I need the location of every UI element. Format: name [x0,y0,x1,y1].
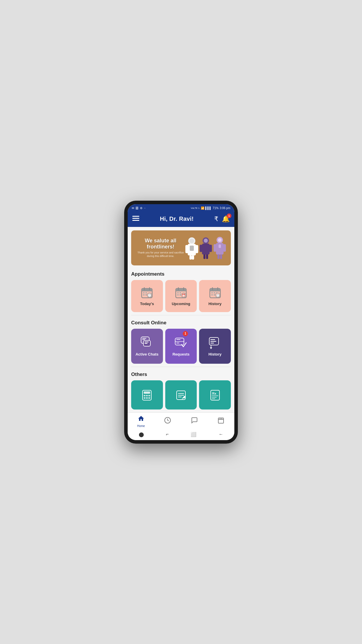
figure-purple-scrubs [199,237,212,260]
svg-rect-6 [195,245,198,253]
nav-appointments[interactable] [154,417,181,426]
upcoming-card-label: Upcoming [172,302,190,306]
svg-rect-34 [143,294,145,295]
svg-rect-20 [214,244,216,252]
history-consult-label: History [208,352,222,356]
svg-rect-8 [192,256,194,260]
others-card-1[interactable] [131,380,163,410]
battery-level: 71% [213,206,219,210]
others-title: Others [131,369,231,377]
svg-rect-21 [223,244,226,252]
history-chat-icon [209,336,222,349]
more-icon: ·· [144,206,146,210]
svg-rect-7 [189,256,192,260]
svg-rect-33 [145,292,147,293]
divider-1 [131,315,231,315]
svg-rect-37 [176,288,186,291]
svg-rect-16 [206,254,208,259]
svg-point-9 [189,239,194,243]
bottom-navigation: Home [128,412,234,429]
figure-ppe [185,237,198,260]
svg-rect-53 [214,292,215,293]
appointments-title: Appointments [131,269,231,277]
overview-sys-button[interactable]: ⬜ [191,432,196,437]
svg-rect-22 [217,254,219,259]
svg-rect-62 [142,339,145,340]
recents-sys-button[interactable]: ⌐ [166,432,168,437]
others-card-2[interactable] [165,380,197,410]
svg-rect-68 [210,339,215,340]
home-icon [138,415,145,424]
time-display: 3:06 pm [220,206,230,210]
gmail-icon: ✉ [132,206,134,210]
svg-rect-44 [177,294,179,295]
figure-lavender [213,236,226,260]
banner-subtitle: Thank you for your service and sacrifice… [136,251,185,258]
notes-icon [175,389,187,401]
others-card-3[interactable]: Rx [199,380,231,410]
svg-rect-56 [214,294,215,295]
back-sys-button[interactable]: ← [219,432,223,437]
status-left-icons: ✉ 🖼 ⚙ ·· [132,206,146,210]
history-consult-card[interactable]: History [199,329,231,364]
calendar-history-icon: 🕛 [209,286,221,299]
volte-indicator: VoLTE 1 [191,207,199,209]
consult-cards-row: Active Chats 1 Requests [131,329,231,364]
svg-rect-65 [176,339,180,340]
profile-nav-icon [217,417,224,426]
svg-rect-27 [142,288,152,291]
svg-rect-55 [211,294,213,295]
notification-bell[interactable]: 🔔 1 [222,215,230,223]
svg-rect-35 [145,294,147,295]
svg-rect-25 [219,244,221,248]
calendar-upcoming-icon: ⏰ [175,286,187,299]
upcoming-appointment-card[interactable]: ⏰ Upcoming [165,280,197,312]
svg-rect-10 [190,246,194,251]
calendar-today-icon: 🕐 [141,286,153,299]
header: Hi, Dr. Ravi! ₹ 🔔 1 [128,212,234,227]
image-icon: 🖼 [136,206,138,210]
active-chats-icon [140,336,153,349]
others-section: Others [128,369,234,410]
requests-card[interactable]: 1 Requests [165,329,197,364]
active-chats-label: Active Chats [136,352,159,356]
svg-rect-14 [209,245,212,252]
phone-screen: ✉ 🖼 ⚙ ·· VoLTE 1 📶 ▌▌▌ 71% 3:06 pm [128,204,234,440]
svg-rect-66 [176,343,179,343]
requests-label: Requests [173,352,190,356]
menu-button[interactable] [132,216,139,222]
todays-card-label: Today's [140,302,154,306]
nav-consult[interactable] [181,417,208,426]
todays-appointment-card[interactable]: 🕐 Today's [131,280,163,312]
home-sys-button[interactable]: ⬤ [139,432,144,437]
nav-home[interactable]: Home [128,415,154,428]
svg-rect-59 [145,342,149,342]
status-bar: ✉ 🖼 ⚙ ·· VoLTE 1 📶 ▌▌▌ 71% 3:06 pm [128,204,234,212]
home-label: Home [137,424,145,428]
history-appt-card-label: History [208,302,222,306]
svg-rect-42 [177,292,179,293]
svg-rect-5 [185,245,188,253]
svg-rect-75 [144,395,145,396]
svg-rect-78 [144,397,145,399]
clock-nav-icon [164,417,171,426]
svg-rect-32 [143,292,145,293]
svg-point-17 [204,239,208,243]
svg-rect-61 [142,338,146,339]
calculator-icon [141,389,153,401]
svg-rect-77 [148,395,150,396]
svg-rect-79 [146,397,148,399]
history-appointment-card[interactable]: 🕛 History [199,280,231,312]
active-chats-card[interactable]: Active Chats [131,329,163,364]
svg-rect-92 [218,418,224,423]
status-right: VoLTE 1 📶 ▌▌▌ 71% 3:06 pm [191,206,230,210]
appointments-cards-row: 🕐 Today's ⏰ [131,280,231,312]
system-navigation: ⬤ ⌐ ⬜ ← [128,429,234,440]
svg-rect-45 [180,294,181,295]
svg-point-24 [218,238,222,242]
nav-profile[interactable] [208,417,235,426]
rupee-button[interactable]: ₹ [214,215,218,223]
header-actions: ₹ 🔔 1 [214,215,230,223]
prescription-icon: Rx [209,389,221,401]
svg-text:🕐: 🕐 [148,293,152,297]
